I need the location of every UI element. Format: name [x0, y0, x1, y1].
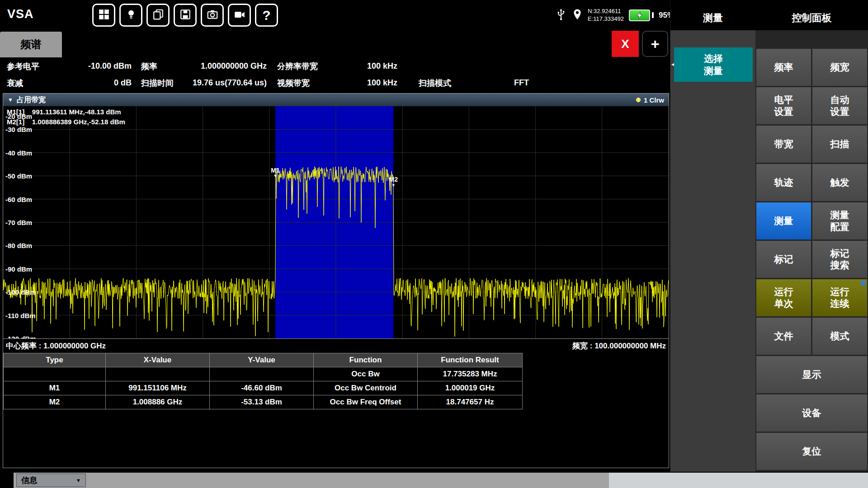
marker-m1-readout: M1[1] 991.113611 MHz,-48.13 dBm	[7, 107, 125, 117]
location-pin-icon	[572, 8, 583, 23]
camera-icon	[207, 9, 218, 22]
battery-tip	[652, 12, 654, 18]
control-button-17[interactable]: 显示	[756, 356, 867, 393]
table-row: M2 1.008886 GHz -53.13 dBm Occ Bw Freq O…	[4, 395, 523, 409]
marker-m2-readout: M2[1] 1.008886389 GHz,-52.18 dBm	[7, 117, 125, 127]
bottom-bar-track	[14, 473, 609, 488]
table-row: Occ Bw 17.735283 MHz	[4, 367, 523, 381]
bottom-bar-right-track	[609, 473, 868, 488]
control-button-grid: 频率频宽电平 设置自动 设置带宽扫描轨迹触发测量测量 配置标记标记 搜索运行 单…	[756, 49, 867, 470]
control-button-9[interactable]: 测量	[756, 202, 811, 239]
chart-title-bar[interactable]: ▼ 占用带宽 1 Clrw	[3, 94, 669, 106]
setting-frequency[interactable]: 频率 1.000000000 GHz	[141, 58, 267, 75]
control-panel-title: 控制面板	[755, 0, 868, 30]
control-button-11[interactable]: 标记	[756, 241, 811, 278]
windows-button[interactable]	[92, 4, 115, 27]
active-indicator-dot	[861, 281, 866, 286]
control-button-15[interactable]: 文件	[756, 318, 811, 355]
control-button-18[interactable]: 设备	[756, 394, 867, 432]
caret-down-icon: ▼	[76, 478, 81, 483]
measure-panel: 测量 ◀ 选择 测量	[670, 0, 755, 472]
control-button-5[interactable]: 带宽	[756, 126, 811, 163]
screenshot-button[interactable]	[201, 4, 224, 27]
app-logo: VSA	[7, 7, 34, 21]
marker-down-triangle: ▼	[392, 183, 396, 188]
control-button-4[interactable]: 自动 设置	[812, 87, 867, 124]
vsa-app-window: VSA	[0, 0, 868, 488]
setting-ref-level[interactable]: 参考电平 -10.00 dBm	[7, 58, 132, 75]
y-axis-label: -90 dBm	[5, 265, 32, 272]
status-area: N:32.924611 E:117.333492 95%	[555, 0, 674, 30]
control-button-1[interactable]: 频率	[756, 49, 811, 86]
windows-icon	[98, 9, 110, 22]
control-button-19[interactable]: 复位	[756, 433, 867, 470]
gps-lon: E:117.333492	[588, 15, 624, 23]
marker-m2-label: M2	[389, 176, 398, 183]
record-button[interactable]	[228, 4, 251, 27]
trace-legend[interactable]: 1 Clrw	[636, 96, 664, 104]
y-axis-label: -40 dBm	[5, 149, 32, 156]
control-button-3[interactable]: 电平 设置	[756, 87, 811, 124]
select-measurement-button[interactable]: 选择 测量	[674, 47, 753, 82]
marker-m2-flag[interactable]: M2 ▼	[389, 176, 398, 188]
copy-button[interactable]	[146, 4, 170, 27]
chart-footer: 中心频率 : 1.000000000 GHz 频宽 : 100.00000000…	[3, 338, 669, 353]
trace-color-dot	[636, 98, 641, 102]
spectrum-chart-panel: ▼ 占用带宽 1 Clrw M1[1] 991.113611 MHz,-48.1…	[3, 93, 669, 468]
control-button-2[interactable]: 频宽	[812, 49, 867, 86]
marker-m1-label: M1	[271, 167, 279, 174]
setting-rbw[interactable]: 分辨率带宽 100 kHz	[277, 58, 397, 75]
y-axis-label: -60 dBm	[5, 195, 32, 203]
copy-icon	[152, 9, 164, 22]
control-button-16[interactable]: 模式	[812, 318, 867, 355]
y-axis-label: -80 dBm	[5, 242, 32, 249]
table-header-row: Type X-Value Y-Value Function Function R…	[4, 353, 523, 367]
spectrum-plot[interactable]: M1[1] 991.113611 MHz,-48.13 dBm M2[1] 1.…	[3, 106, 669, 338]
control-button-13[interactable]: 运行 单次	[756, 279, 811, 316]
control-button-10[interactable]: 测量 配置	[812, 202, 867, 239]
usb-icon	[555, 8, 567, 23]
marker-down-triangle: ▼	[274, 174, 278, 178]
tab-bar: 频谱 X +	[0, 30, 670, 57]
y-axis-label: -50 dBm	[5, 172, 32, 180]
spectrum-svg	[3, 106, 669, 338]
y-axis-label: -110 dBm	[5, 311, 36, 319]
table-row: M1 991.151106 MHz -46.60 dBm Occ Bw Cent…	[4, 381, 523, 395]
info-dropdown-label: 信息	[21, 475, 38, 486]
setting-sweep-mode[interactable]: 扫描模式 FFT	[419, 75, 529, 91]
settings-row-1: 参考电平 -10.00 dBm 频率 1.000000000 GHz 分辨率带宽…	[0, 58, 670, 75]
control-button-7[interactable]: 轨迹	[756, 164, 811, 201]
save-button[interactable]	[174, 4, 197, 27]
results-table: Type X-Value Y-Value Function Function R…	[3, 353, 523, 409]
setting-vbw[interactable]: 视频带宽 100 kHz	[277, 75, 397, 91]
marker-m1-flag[interactable]: M1 ▼	[271, 167, 279, 178]
brightness-button[interactable]	[119, 4, 142, 27]
tab-spectrum[interactable]: 频谱	[0, 32, 62, 57]
top-toolbar: ?	[92, 4, 278, 27]
collapse-icon[interactable]: ▼	[8, 97, 13, 103]
y-axis-label: -100 dBm	[5, 288, 36, 296]
save-icon	[179, 9, 191, 22]
control-button-8[interactable]: 触发	[812, 164, 867, 201]
marker-readout: M1[1] 991.113611 MHz,-48.13 dBm M2[1] 1.…	[7, 107, 125, 127]
bulb-icon	[125, 9, 137, 22]
battery-icon	[629, 9, 650, 21]
trace-legend-label: 1 Clrw	[644, 96, 664, 104]
center-frequency-value: 中心频率 : 1.000000000 GHz	[6, 341, 106, 351]
settings-row-2: 衰减 0 dB 扫描时间 19.76 us(770.64 us) 视频带宽 10…	[0, 75, 670, 91]
add-tab-button[interactable]: +	[642, 31, 668, 57]
y-axis-label: -70 dBm	[5, 219, 32, 226]
help-button[interactable]: ?	[255, 4, 278, 27]
setting-attenuation[interactable]: 衰减 0 dB	[7, 75, 132, 91]
control-button-6[interactable]: 扫描	[812, 126, 867, 163]
close-tab-button[interactable]: X	[612, 31, 639, 57]
measure-panel-title: 测量	[670, 0, 755, 30]
help-icon: ?	[262, 8, 270, 23]
gps-coordinates: N:32.924611 E:117.333492	[588, 8, 624, 23]
info-dropdown[interactable]: 信息 ▼	[16, 474, 86, 487]
control-button-12[interactable]: 标记 搜索	[812, 241, 867, 278]
control-button-14[interactable]: 运行 连续	[812, 279, 867, 316]
span-value: 频宽 : 100.000000000 MHz	[572, 341, 666, 351]
setting-sweep-time[interactable]: 扫描时间 19.76 us(770.64 us)	[141, 75, 267, 91]
bottom-bar: 信息 ▼	[0, 472, 868, 488]
